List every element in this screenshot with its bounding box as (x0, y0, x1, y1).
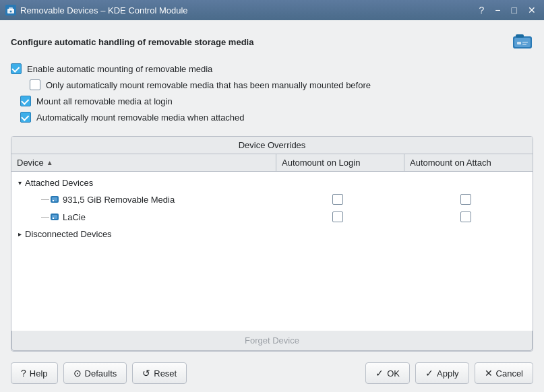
tree-connector-line (41, 199, 49, 200)
device-table: Device ▲ Automount on Login Automount on… (11, 154, 533, 331)
disconnected-devices-label: Disconnected Devices (25, 229, 112, 239)
forget-device-button[interactable]: Forget Device (11, 331, 533, 351)
svg-rect-8 (522, 44, 526, 45)
svg-point-2 (10, 11, 12, 13)
defaults-icon: ⊙ (73, 368, 82, 379)
device-name-2: LaCie (63, 212, 274, 222)
lacie-icon (49, 211, 60, 222)
titlebar-controls: ? − □ ✕ (477, 4, 539, 16)
checkbox-only-manual-row: Only automatically mount removable media… (30, 79, 533, 90)
checkbox-mount-attach[interactable] (20, 112, 31, 123)
automount-attach-cell-1 (402, 194, 530, 205)
checkbox-enable-auto-mount-label: Enable automatic mounting of removable m… (27, 64, 212, 74)
checkboxes-section: Enable automatic mounting of removable m… (11, 63, 533, 128)
titlebar-help-button[interactable]: ? (477, 4, 487, 16)
cancel-label: Cancel (496, 368, 523, 379)
defaults-button[interactable]: ⊙ Defaults (63, 362, 127, 384)
automount-attach-checkbox-2[interactable] (460, 211, 471, 222)
attached-devices-label: Attached Devices (25, 178, 93, 188)
svg-rect-7 (522, 42, 528, 43)
svg-rect-14 (53, 218, 54, 219)
table-header: Device ▲ Automount on Login Automount on… (11, 154, 533, 172)
app-icon (5, 5, 16, 15)
titlebar-maximize-button[interactable]: □ (509, 4, 520, 16)
cancel-icon: ✕ (485, 368, 493, 379)
titlebar-close-button[interactable]: ✕ (525, 4, 539, 16)
column-device-label: Device (17, 158, 44, 168)
help-label: Help (30, 368, 48, 379)
tree-connector-line-b (41, 217, 49, 218)
panel-title: Device Overrides (11, 137, 533, 154)
svg-rect-1 (9, 7, 13, 10)
automount-login-checkbox-1[interactable] (332, 194, 343, 205)
checkbox-mount-login[interactable] (20, 96, 31, 106)
svg-rect-5 (516, 34, 524, 38)
table-row[interactable]: LaCie (11, 208, 533, 226)
automount-login-cell-1 (274, 194, 402, 205)
reset-label: Reset (154, 368, 177, 379)
column-automount-attach: Automount on Attach (404, 154, 533, 171)
defaults-label: Defaults (85, 368, 117, 379)
automount-attach-checkbox-1[interactable] (460, 194, 471, 205)
titlebar: Removable Devices – KDE Control Module ?… (0, 0, 544, 20)
checkbox-enable-auto-mount-row: Enable automatic mounting of removable m… (11, 63, 533, 74)
sort-arrow-icon: ▲ (47, 159, 53, 166)
cancel-button[interactable]: ✕ Cancel (475, 362, 533, 384)
bottom-toolbar: ? Help ⊙ Defaults ↺ Reset ✓ OK ✓ Apply ✕ (11, 357, 533, 392)
page-title: Configure automatic handling of removabl… (11, 37, 253, 47)
expand-attached-icon[interactable]: ▾ (14, 177, 25, 188)
help-icon: ? (21, 368, 26, 379)
header-icon (512, 31, 533, 53)
column-automount-login: Automount on Login (276, 154, 404, 171)
table-row[interactable]: 931,5 GiB Removable Media (11, 191, 533, 208)
expand-disconnected-icon[interactable]: ▸ (14, 228, 25, 239)
reset-button[interactable]: ↺ Reset (132, 362, 187, 384)
titlebar-left: Removable Devices – KDE Control Module (5, 5, 188, 15)
checkbox-mount-attach-label: Automatically mount removable media when… (36, 112, 245, 123)
toolbar-right: ✓ OK ✓ Apply ✕ Cancel (365, 362, 533, 384)
titlebar-title: Removable Devices – KDE Control Module (20, 5, 188, 15)
checkbox-only-manual-label: Only automatically mount removable media… (46, 80, 371, 90)
checkbox-only-manual[interactable] (30, 79, 40, 90)
automount-login-checkbox-2[interactable] (332, 211, 343, 222)
reset-icon: ↺ (142, 368, 150, 379)
help-button[interactable]: ? Help (11, 362, 58, 384)
checkbox-mount-login-label: Mount all removable media at login (36, 96, 173, 106)
ok-button[interactable]: ✓ OK (365, 362, 410, 384)
checkbox-mount-attach-row: Automatically mount removable media when… (20, 112, 533, 123)
checkbox-mount-login-row: Mount all removable media at login (20, 96, 533, 106)
attached-devices-header: ▾ Attached Devices (11, 174, 533, 191)
svg-rect-6 (517, 42, 521, 44)
disconnected-devices-header: ▸ Disconnected Devices (11, 226, 533, 242)
toolbar-left: ? Help ⊙ Defaults ↺ Reset (11, 362, 187, 384)
titlebar-minimize-button[interactable]: − (492, 4, 503, 16)
device-name-1: 931,5 GiB Removable Media (63, 195, 274, 205)
apply-icon: ✓ (425, 368, 433, 379)
header-row: Configure automatic handling of removabl… (11, 31, 533, 53)
apply-label: Apply (437, 368, 459, 379)
ok-label: OK (387, 368, 400, 379)
column-device[interactable]: Device ▲ (11, 154, 276, 171)
apply-button[interactable]: ✓ Apply (415, 362, 469, 384)
svg-rect-11 (53, 200, 54, 201)
checkbox-enable-auto-mount[interactable] (11, 63, 22, 74)
column-automount-login-label: Automount on Login (282, 158, 360, 168)
ok-icon: ✓ (375, 368, 384, 379)
column-automount-attach-label: Automount on Attach (410, 158, 491, 168)
removable-media-icon (49, 194, 60, 205)
device-overrides-panel: Device Overrides Device ▲ Automount on L… (11, 136, 533, 352)
automount-attach-cell-2 (402, 211, 530, 222)
main-content: Configure automatic handling of removabl… (0, 20, 544, 392)
table-body: ▾ Attached Devices (11, 172, 533, 331)
automount-login-cell-2 (274, 211, 402, 222)
